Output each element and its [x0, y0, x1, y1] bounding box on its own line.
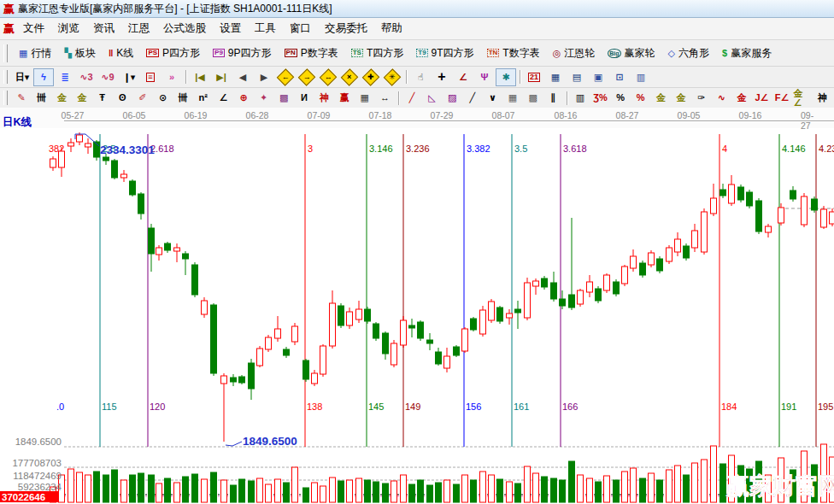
- svg-text:4.146: 4.146: [782, 144, 806, 154]
- svg-text:166: 166: [562, 401, 578, 412]
- svg-text:120: 120: [150, 401, 165, 412]
- svg-text:3.236: 3.236: [406, 144, 430, 154]
- svg-text:145: 145: [368, 401, 384, 412]
- gann-vertical-lines: 2.51152.61812031383.1461453.2361493.3821…: [49, 134, 834, 447]
- svg-text:1849.6500: 1849.6500: [15, 437, 62, 447]
- svg-text:184: 184: [721, 401, 737, 412]
- svg-text:195: 195: [818, 401, 833, 412]
- svg-text:3.618: 3.618: [563, 144, 587, 154]
- svg-text:161: 161: [514, 401, 529, 412]
- annotation-high-label: 2334.3301: [100, 144, 155, 156]
- svg-text:4.23: 4.23: [819, 144, 834, 154]
- highlighted-volume-label: 37022646: [0, 491, 58, 502]
- svg-text:177708703: 177708703: [12, 458, 62, 468]
- svg-text:149: 149: [405, 401, 420, 412]
- stray-label: .0: [56, 401, 64, 412]
- svg-text:3.382: 3.382: [467, 144, 490, 154]
- svg-text:59236234: 59236234: [18, 482, 62, 492]
- svg-text:115: 115: [102, 401, 117, 412]
- svg-text:191: 191: [781, 401, 796, 412]
- volume-bars: [50, 444, 834, 502]
- kline-chart-canvas[interactable]: 2.51152.61812031383.1461453.2361493.3821…: [0, 0, 834, 504]
- svg-text:3.5: 3.5: [514, 144, 527, 154]
- candlesticks: [50, 132, 834, 442]
- scale-hlines: [0, 208, 834, 496]
- left-scale-labels: 1849.650017770870311847246959236234: [12, 437, 62, 492]
- annotation-low-label: 1849.6500: [243, 435, 297, 448]
- svg-text:37022646: 37022646: [2, 492, 45, 502]
- svg-text:156: 156: [466, 401, 481, 412]
- svg-text:138: 138: [307, 401, 322, 412]
- svg-text:3.146: 3.146: [369, 144, 393, 154]
- svg-text:3: 3: [308, 144, 313, 154]
- svg-text:118472469: 118472469: [13, 471, 62, 481]
- site-watermark: 赢家财富网: [725, 473, 834, 499]
- svg-text:4: 4: [722, 144, 727, 154]
- app-window: { "window": {"logo": "赢", "title": "赢家江恩…: [0, 0, 834, 504]
- annotation-low-line: [226, 442, 242, 446]
- price-annotations: 2334.33011849.6500: [75, 134, 297, 448]
